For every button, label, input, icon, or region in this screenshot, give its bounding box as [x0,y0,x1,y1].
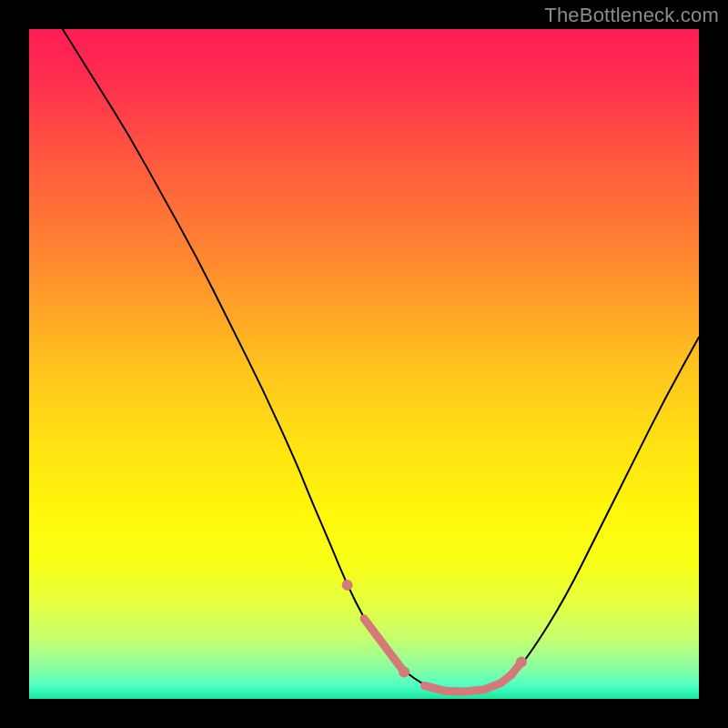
outer-frame: TheBottleneck.com [0,0,728,728]
plot-area [29,29,699,699]
curve-layer [29,29,699,699]
watermark-text: TheBottleneck.com [544,4,719,27]
